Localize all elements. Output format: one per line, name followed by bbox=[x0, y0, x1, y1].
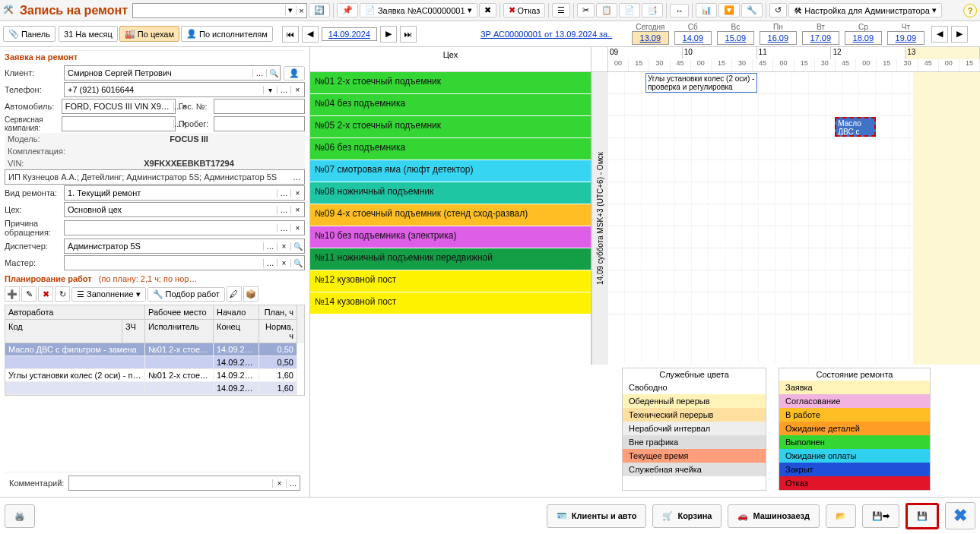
phone-field[interactable]: ▾…× bbox=[64, 82, 305, 97]
legend-item: Вне графика bbox=[623, 435, 766, 449]
workshop-row[interactable]: №06 без подъемника bbox=[310, 138, 591, 160]
table-row[interactable]: Углы установки колес (2 оси) - пр…№01 2-… bbox=[5, 369, 304, 382]
dispatcher-field[interactable]: …×🔍 bbox=[64, 239, 305, 254]
filter-edit-button[interactable]: 🔧 bbox=[741, 3, 763, 17]
workshop-row[interactable]: №07 смотровая яма (люфт детектор) bbox=[310, 160, 591, 182]
paste-button[interactable]: 📄 bbox=[619, 3, 640, 17]
cut-button[interactable]: ✂ bbox=[577, 3, 595, 17]
folder-button[interactable]: 📂 bbox=[826, 504, 856, 528]
workshop-row[interactable]: №05 2-х стоечный подъемник bbox=[310, 116, 591, 138]
legend-repair-status: Состояние ремонта ЗаявкаСогласованиеВ ра… bbox=[779, 368, 931, 491]
plan-extra2-button[interactable]: 📦 bbox=[243, 286, 258, 302]
plan-toolbar: ➕ ✎ ✖ ↻ ☰Заполнение▾ 🔧Подбор работ 🖊 📦 bbox=[5, 285, 305, 305]
width-button[interactable]: ↔ bbox=[670, 4, 689, 17]
panel-button[interactable]: 📎Панель bbox=[3, 26, 56, 42]
workshop-row[interactable]: №12 кузовной пост bbox=[310, 270, 591, 292]
weekday-13.09[interactable]: 13.09 bbox=[632, 31, 670, 45]
plan-grid[interactable]: Авторабота Рабочее место Начало План, ч … bbox=[5, 305, 305, 396]
prev-day-button[interactable]: ◀ bbox=[302, 26, 319, 43]
list-button[interactable]: ☰ bbox=[552, 3, 570, 17]
weekday-15.09[interactable]: 15.09 bbox=[717, 31, 755, 45]
filter-button[interactable]: 🔽 bbox=[718, 3, 740, 17]
weekdays-next[interactable]: ▶ bbox=[951, 26, 968, 43]
fill-button[interactable]: ☰Заполнение▾ bbox=[71, 287, 146, 302]
workshop-row[interactable]: №11 ножничный подъемник передвижной bbox=[310, 248, 591, 270]
form-section-title: Заявка на ремонт bbox=[5, 50, 305, 65]
weekday-18.09[interactable]: 18.09 bbox=[845, 31, 883, 45]
workshop-row[interactable]: №09 4-х стоечный подъемник (стенд сход-р… bbox=[310, 204, 591, 226]
save-and-next-button[interactable]: 💾➡ bbox=[862, 504, 899, 528]
workshop-row[interactable]: №04 без подъемника bbox=[310, 94, 591, 116]
mode-month[interactable]: 31На месяц bbox=[59, 26, 118, 42]
search-combo[interactable]: ▾× bbox=[132, 3, 307, 18]
refuse-button[interactable]: ✖Отказ bbox=[503, 3, 546, 17]
legend-item: Свободно bbox=[623, 381, 766, 394]
print-button[interactable]: 🖨️ bbox=[5, 504, 35, 528]
mode-workshops[interactable]: 🏭По цехам bbox=[119, 26, 179, 42]
undo-button[interactable]: ↺ bbox=[769, 3, 787, 17]
add-row-button[interactable]: ➕ bbox=[5, 286, 20, 302]
mileage-field[interactable] bbox=[214, 116, 305, 131]
plan-extra1-button[interactable]: 🖊 bbox=[227, 286, 242, 302]
refuse-label: Отказ bbox=[518, 6, 541, 15]
request-link[interactable]: ЗР АС00000001 от 13.09.2024 за.. bbox=[480, 30, 612, 39]
delete-request-button[interactable]: ✖ bbox=[479, 3, 496, 17]
next-week-button[interactable]: ⏭ bbox=[400, 26, 417, 43]
table-row[interactable]: 14.09.20…1,60 bbox=[5, 382, 304, 395]
appointment[interactable]: Масло ДВС с bbox=[835, 117, 876, 137]
weekday-14.09[interactable]: 14.09 bbox=[674, 31, 712, 45]
close-button[interactable]: ✖ bbox=[945, 502, 975, 529]
legend-item: Ожидание оплаты bbox=[779, 449, 930, 463]
repair-type-field[interactable]: …× bbox=[64, 185, 305, 201]
chart-button[interactable]: 📊 bbox=[696, 3, 717, 17]
workshop-row[interactable]: №10 без подъемника (электрика) bbox=[310, 226, 591, 248]
cart-button[interactable]: 🛒Корзина bbox=[652, 504, 722, 528]
client-card-button[interactable]: 👤 bbox=[284, 66, 305, 81]
mode-performers[interactable]: 👤По исполнителям bbox=[181, 26, 273, 42]
prev-week-button[interactable]: ⏮ bbox=[282, 26, 299, 43]
request-combo[interactable]: 📄Заявка №АС00000001▾ bbox=[360, 3, 477, 17]
workshop-field[interactable]: …× bbox=[64, 202, 305, 217]
legend-item: Согласование bbox=[779, 394, 930, 408]
drivein-button[interactable]: 🚗Машинозаезд bbox=[728, 504, 820, 528]
refresh-rows-button[interactable]: ↻ bbox=[55, 286, 70, 302]
pin-button[interactable]: 📌 bbox=[337, 3, 358, 17]
legend-item: Служебная ячейка bbox=[623, 463, 766, 476]
gosnum-field[interactable] bbox=[214, 99, 305, 114]
weekday-16.09[interactable]: 16.09 bbox=[760, 31, 798, 45]
legend-item: Обеденный перерыв bbox=[623, 394, 766, 408]
edit-row-button[interactable]: ✎ bbox=[21, 286, 36, 302]
pick-work-button[interactable]: 🔧Подбор работ bbox=[147, 287, 225, 302]
paste-special-button[interactable]: 📑 bbox=[642, 3, 663, 17]
current-date[interactable]: 14.09.2024 bbox=[322, 27, 377, 41]
next-day-button[interactable]: ▶ bbox=[380, 26, 397, 43]
refresh-button[interactable]: 🔄 bbox=[309, 3, 330, 17]
app-icon: 🛠️ bbox=[3, 5, 15, 17]
timeline-canvas[interactable]: Углы установки колес (2 оси) - проверка … bbox=[608, 72, 980, 365]
appointment[interactable]: Углы установки колес (2 оси) - проверка … bbox=[645, 73, 757, 93]
assignees-field[interactable]: ИП Кузнецов А.А.; Детейлинг; Администрат… bbox=[5, 169, 305, 185]
weekday-17.09[interactable]: 17.09 bbox=[802, 31, 840, 45]
client-field[interactable]: …🔍 bbox=[64, 65, 281, 81]
table-row[interactable]: 14.09.20…0,50 bbox=[5, 356, 304, 369]
comment-field[interactable]: ×… bbox=[68, 476, 300, 491]
auto-field[interactable]: …× bbox=[62, 99, 176, 114]
save-button[interactable]: 💾 bbox=[905, 503, 939, 529]
master-field[interactable]: …×🔍 bbox=[64, 255, 305, 270]
legend-item: Заявка bbox=[779, 381, 930, 394]
service-campaign-field[interactable]: …× bbox=[62, 116, 176, 131]
reason-field[interactable]: …× bbox=[64, 220, 305, 235]
admin-settings-button[interactable]: 🛠Настройка для Администратора▾ bbox=[788, 3, 942, 17]
clients-button[interactable]: 🪪Клиенты и авто bbox=[547, 504, 647, 528]
plan-subtitle: (по плану: 2,1 ч; по нор… bbox=[99, 274, 198, 283]
legend-item: Закрыт bbox=[779, 463, 930, 476]
weekdays-prev[interactable]: ◀ bbox=[931, 26, 948, 43]
copy-button[interactable]: 📋 bbox=[596, 3, 617, 17]
table-row[interactable]: Масло ДВС с фильтром - замена№01 2-х сто… bbox=[5, 343, 304, 356]
weekday-19.09[interactable]: 19.09 bbox=[887, 31, 925, 45]
help-button[interactable]: ? bbox=[963, 4, 977, 17]
delete-row-button[interactable]: ✖ bbox=[38, 286, 53, 302]
workshop-row[interactable]: №08 ножничный подъемник bbox=[310, 182, 591, 204]
workshop-row[interactable]: №01 2-х стоечный подъемник bbox=[310, 72, 591, 94]
workshop-row[interactable]: №14 кузовной пост bbox=[310, 292, 591, 314]
